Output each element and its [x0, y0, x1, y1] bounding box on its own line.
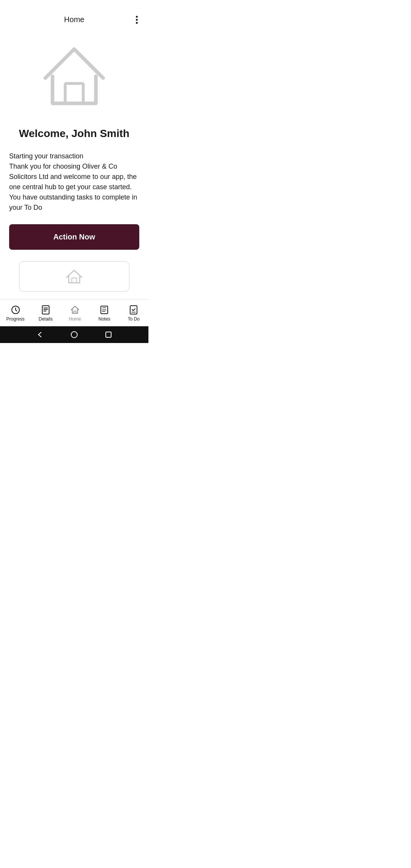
house-icon-container — [36, 40, 112, 116]
welcome-heading: Welcome, John Smith — [19, 128, 129, 140]
nav-label-notes: Notes — [99, 316, 110, 322]
nav-item-details[interactable]: Details — [34, 303, 57, 323]
preview-home-icon — [65, 269, 84, 284]
back-button[interactable] — [36, 331, 44, 338]
nav-label-details: Details — [38, 316, 53, 322]
preview-card — [19, 261, 130, 292]
description-body: Thank you for choosing Oliver & Co Solic… — [9, 161, 139, 213]
nav-item-notes[interactable]: Notes — [93, 303, 116, 323]
description-line1: Starting your transaction — [9, 151, 139, 161]
svg-rect-0 — [65, 83, 83, 103]
nav-item-todo[interactable]: To Do — [122, 303, 145, 323]
system-nav-bar — [0, 326, 148, 343]
top-bar: Home — [0, 11, 148, 29]
page-title: Home — [64, 15, 84, 24]
notes-icon — [99, 305, 109, 315]
progress-icon — [11, 305, 21, 315]
description-text: Starting your transaction Thank you for … — [9, 151, 139, 213]
main-content: Welcome, John Smith Starting your transa… — [0, 29, 148, 299]
home-button[interactable] — [70, 331, 78, 338]
details-icon — [41, 305, 51, 315]
dot2 — [136, 19, 138, 21]
todo-icon — [129, 305, 139, 315]
dot3 — [136, 22, 138, 24]
action-now-button[interactable]: Action Now — [9, 224, 139, 250]
svg-rect-1 — [72, 278, 77, 283]
home-nav-icon — [70, 305, 80, 315]
svg-point-13 — [71, 332, 77, 338]
nav-label-home: Home — [69, 316, 81, 322]
recents-button[interactable] — [105, 331, 112, 338]
status-bar — [0, 0, 148, 11]
house-icon — [38, 42, 110, 114]
dot1 — [136, 16, 138, 18]
bottom-nav: Progress Details Home Notes — [0, 299, 148, 326]
nav-item-home[interactable]: Home — [64, 303, 86, 323]
nav-label-progress: Progress — [6, 316, 25, 322]
nav-label-todo: To Do — [128, 316, 140, 322]
svg-rect-14 — [106, 332, 111, 337]
nav-item-progress[interactable]: Progress — [3, 303, 28, 323]
more-menu-button[interactable] — [133, 13, 141, 27]
